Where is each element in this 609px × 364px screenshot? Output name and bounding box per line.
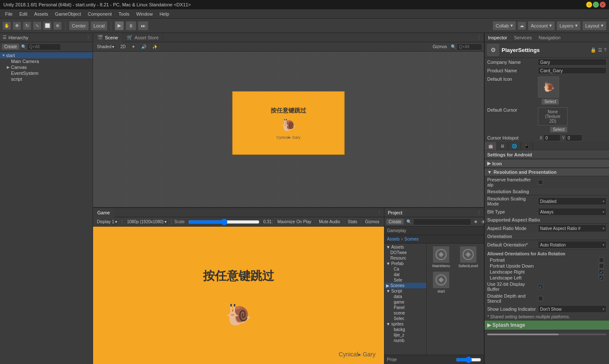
resolution-scaling-mode-dropdown[interactable]: Disabled ▾ xyxy=(538,197,606,205)
ptree-ca[interactable]: Ca xyxy=(384,266,426,272)
product-name-value[interactable]: Card_Gary xyxy=(538,67,606,74)
menu-edit[interactable]: Edit xyxy=(16,11,31,17)
tool-move[interactable]: ✥ xyxy=(13,22,21,30)
preserve-framebuffer-checkbox[interactable] xyxy=(538,180,543,185)
hotspot-y-input[interactable] xyxy=(565,134,582,141)
asset-selectlevel[interactable]: SelectLevel xyxy=(455,245,481,269)
ptree-data[interactable]: data xyxy=(384,294,426,299)
tab-game[interactable]: Game xyxy=(93,208,114,217)
blit-type-dropdown[interactable]: Always ▾ xyxy=(538,208,606,216)
scale-slider[interactable] xyxy=(188,219,260,224)
shading-dropdown[interactable]: Shaded ▾ xyxy=(95,44,116,50)
tool-transform[interactable]: ⊕ xyxy=(53,22,62,30)
default-orientation-dropdown[interactable]: Auto Rotation ▾ xyxy=(538,241,606,249)
menu-assets[interactable]: Assets xyxy=(31,11,52,17)
ptree-panel[interactable]: Panel xyxy=(384,305,426,310)
tab-project[interactable]: Project xyxy=(384,209,406,216)
mute-audio-button[interactable]: Mute Audio xyxy=(316,219,343,225)
landscape-right-checkbox[interactable]: ✓ xyxy=(599,269,604,274)
gizmos-button[interactable]: Gizmos xyxy=(431,44,449,50)
platform-windows[interactable]: 🖥 xyxy=(497,142,508,150)
aspect-ratio-mode-dropdown[interactable]: Native Aspect Ratio # ▾ xyxy=(538,224,606,232)
cloud-button[interactable]: ☁ xyxy=(518,22,526,30)
ptree-scenes[interactable]: ▶Scenes xyxy=(384,283,426,288)
horizontal-scrollbar-thumb[interactable] xyxy=(487,334,559,335)
hierarchy-create[interactable]: Create xyxy=(2,44,19,50)
ptree-sprites[interactable]: ▼sprites xyxy=(384,321,426,327)
menu-file[interactable]: File xyxy=(2,11,16,17)
ptree-dat[interactable]: dat xyxy=(384,272,426,277)
horizontal-scrollbar-track[interactable] xyxy=(487,334,606,335)
ptree-numb[interactable]: numb xyxy=(384,338,426,343)
step-button[interactable]: ⏭ xyxy=(138,21,148,30)
asset-start[interactable]: start xyxy=(428,271,454,294)
landscape-left-checkbox[interactable]: ✓ xyxy=(599,275,604,280)
inspector-lock-icon[interactable]: 🔒 xyxy=(590,47,596,53)
path-assets[interactable]: Assets xyxy=(387,237,400,241)
project-fav-icon[interactable]: ★ xyxy=(473,219,479,224)
stats-button[interactable]: Stats xyxy=(345,219,360,225)
inspector-menu-icon[interactable]: ☰ xyxy=(598,47,602,53)
minimize-button[interactable]: − xyxy=(586,2,592,8)
ptree-game[interactable]: game xyxy=(384,299,426,305)
use32bit-checkbox[interactable]: ✓ xyxy=(538,284,543,289)
portrait-checkbox[interactable] xyxy=(599,257,604,263)
ptree-resourc[interactable]: Resourc xyxy=(384,255,426,261)
ptree-script[interactable]: ▼Script xyxy=(384,288,426,294)
ptree-assets[interactable]: ▼Assets xyxy=(384,244,426,250)
platform-webgl[interactable]: 🌐 xyxy=(508,142,521,150)
menu-gameobject[interactable]: GameObject xyxy=(52,11,85,17)
scene-search-input[interactable] xyxy=(457,44,482,50)
maximize-on-play-button[interactable]: Maximize On Play xyxy=(274,219,315,225)
hierarchy-search[interactable] xyxy=(27,44,61,50)
collab-button[interactable]: Collab ▾ xyxy=(493,21,516,30)
project-options-icon[interactable]: ⋮ xyxy=(477,210,481,215)
hierarchy-options[interactable]: ⋮ xyxy=(86,36,90,40)
resolution-section-header[interactable]: ▼ Resolution and Presentation xyxy=(485,168,609,176)
platform-android[interactable]: 🤖 xyxy=(485,142,497,150)
tool-rect[interactable]: ⬜ xyxy=(43,22,52,30)
scene-lights[interactable]: ☀ xyxy=(129,44,137,50)
hierarchy-item-maincamera[interactable]: Main Camera xyxy=(0,58,93,64)
play-button[interactable]: ▶ xyxy=(115,21,124,30)
project-search-input[interactable] xyxy=(413,219,471,225)
ptree-scene[interactable]: scene xyxy=(384,310,426,316)
2d-toggle[interactable]: 2D xyxy=(118,44,128,50)
disable-depth-checkbox[interactable] xyxy=(538,296,543,301)
menu-help[interactable]: Help xyxy=(156,11,173,17)
inspector-help-icon[interactable]: ? xyxy=(604,47,606,52)
platform-ios[interactable]: 📱 xyxy=(521,142,533,150)
tab-services[interactable]: Services xyxy=(510,34,535,41)
hierarchy-item-canvas[interactable]: ▶ Canvas xyxy=(0,64,93,70)
hierarchy-item-start[interactable]: ▼ start xyxy=(0,52,93,58)
close-button[interactable]: ✕ xyxy=(600,2,606,8)
hierarchy-item-script[interactable]: script xyxy=(0,76,93,82)
cursor-select-button[interactable]: Select xyxy=(550,126,568,133)
tool-hand[interactable]: ✋ xyxy=(3,22,11,30)
tool-scale[interactable]: ⤡ xyxy=(33,22,41,30)
path-scenes[interactable]: Scenes xyxy=(404,237,418,241)
ptree-prefab[interactable]: ▼Prefab xyxy=(384,261,426,266)
menu-component[interactable]: Component xyxy=(84,11,115,17)
tab-inspector[interactable]: Inspector xyxy=(485,34,510,41)
tab-navigation[interactable]: Navigation xyxy=(535,34,564,41)
display-dropdown[interactable]: Display 1 ▾ xyxy=(95,218,119,226)
account-button[interactable]: Account ▾ xyxy=(528,21,555,30)
menu-tools[interactable]: Tools xyxy=(115,11,133,17)
scene-fx[interactable]: ✨ xyxy=(150,44,159,50)
ptree-selec[interactable]: Selec xyxy=(384,316,426,321)
ptree-lijie[interactable]: lijie_z xyxy=(384,332,426,338)
show-loading-dropdown[interactable]: Don't Show ▾ xyxy=(538,305,606,313)
default-icon-select[interactable]: Select xyxy=(541,99,559,105)
hotspot-x-input[interactable] xyxy=(543,134,560,141)
ptree-sele[interactable]: Sele xyxy=(384,277,426,283)
asset-mainmenu[interactable]: MainMenu xyxy=(428,245,454,269)
gizmos-game-button[interactable]: Gizmos xyxy=(362,219,382,225)
tool-rotate[interactable]: ↻ xyxy=(23,22,31,30)
portrait-upside-checkbox[interactable] xyxy=(599,263,604,268)
local-button[interactable]: Local xyxy=(91,21,107,30)
tab-assetstore[interactable]: 🛒 Asset Store xyxy=(123,33,163,42)
scene-audio[interactable]: 🔊 xyxy=(139,44,148,50)
layout-button[interactable]: Layout ▾ xyxy=(582,21,606,30)
company-name-value[interactable]: Gary xyxy=(538,59,606,66)
